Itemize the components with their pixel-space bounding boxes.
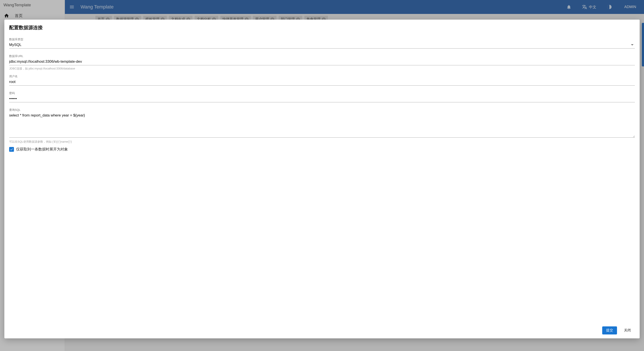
db-url-field: 数据库URL JDBC连接，如 jdbc:mysql://localhost:3… xyxy=(9,54,635,70)
field-label: 密码 xyxy=(9,91,635,95)
field-label: 数据库URL xyxy=(9,54,635,58)
db-type-field: 数据库类型 xyxy=(9,38,635,48)
username-input[interactable] xyxy=(9,79,635,86)
field-label: 查询SQL xyxy=(9,108,635,112)
sql-field: 查询SQL 可以在SQL使用数据源参数，例如 {'$'}{'{'}name{'}… xyxy=(9,108,635,144)
db-url-input[interactable] xyxy=(9,58,635,65)
field-helper: 可以在SQL使用数据源参数，例如 {'$'}{'{'}name{'}'} xyxy=(9,140,635,144)
datasource-config-dialog: 配置数据源连接 数据库类型 数据库URL JDBC连接，如 jdbc:mysql… xyxy=(4,20,640,338)
dialog-title: 配置数据源连接 xyxy=(9,24,635,31)
chevron-down-icon xyxy=(631,44,634,46)
field-label: 用户名 xyxy=(9,74,635,78)
field-label: 数据库类型 xyxy=(9,38,635,41)
single-row-expand-checkbox[interactable] xyxy=(9,147,14,152)
submit-button[interactable]: 提交 xyxy=(602,326,617,334)
sql-textarea[interactable] xyxy=(9,112,635,138)
dialog-actions: 提交 关闭 xyxy=(9,323,635,334)
close-button[interactable]: 关闭 xyxy=(620,326,635,334)
password-field: 密码 xyxy=(9,91,635,102)
username-field: 用户名 xyxy=(9,74,635,86)
single-row-expand-checkbox-row: 仅获取到一条数据时展开为对象 xyxy=(9,147,635,152)
password-input[interactable] xyxy=(9,96,635,102)
db-type-select[interactable] xyxy=(9,42,635,48)
checkbox-label: 仅获取到一条数据时展开为对象 xyxy=(16,147,68,152)
field-helper: JDBC连接，如 jdbc:mysql://localhost:3306/dat… xyxy=(9,67,635,70)
check-icon xyxy=(10,148,13,151)
